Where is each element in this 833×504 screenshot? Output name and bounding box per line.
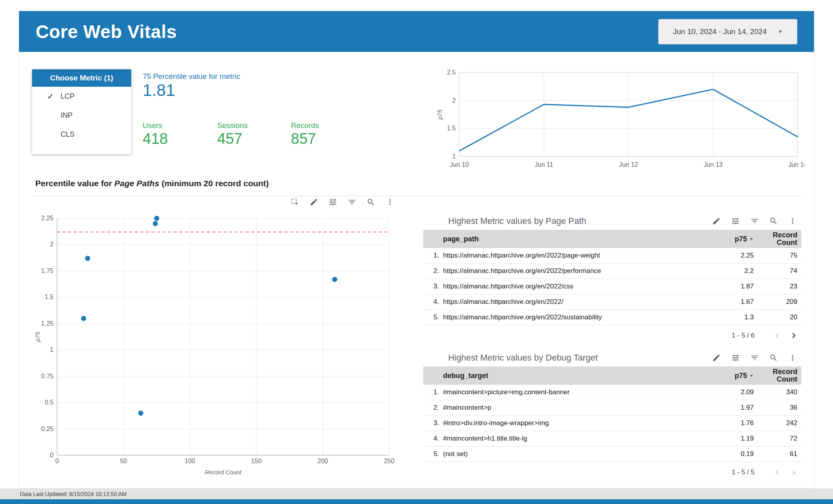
pagination-next-button[interactable]	[788, 330, 800, 342]
pagination-prev-button[interactable]	[771, 466, 783, 478]
row-p75: 1.19	[706, 435, 754, 443]
metric-selector-header[interactable]: Choose Metric (1)	[32, 69, 131, 87]
zoom-icon[interactable]	[769, 216, 778, 226]
column-header-p75-label: p75	[735, 235, 747, 243]
filter-icon[interactable]	[347, 197, 357, 207]
row-p75: 1.3	[706, 313, 754, 321]
pagination-prev-button[interactable]	[771, 330, 783, 342]
row-page-path: https://almanac.httparchive.org/en/2022/…	[439, 252, 706, 260]
row-p75: 1.76	[706, 419, 754, 427]
column-header-record-count[interactable]: Record Count	[754, 231, 797, 247]
column-header-debug-target[interactable]: debug_target	[439, 372, 706, 380]
column-header-p75[interactable]: p75 ▼	[706, 235, 754, 243]
row-record-count: 23	[754, 283, 797, 290]
svg-text:0: 0	[50, 452, 53, 458]
table-row[interactable]: 3. #intro>div.intro-image-wrapper>img 1.…	[423, 416, 801, 431]
p75-timeseries-chart[interactable]: 11.522.5Jun 10Jun 11Jun 12Jun 13Jun 14p7…	[436, 68, 805, 171]
row-debug-target: #intro>div.intro-image-wrapper>img	[439, 419, 706, 427]
filter-icon[interactable]	[750, 353, 759, 363]
date-range-value: Jun 10, 2024 - Jun 14, 2024	[673, 27, 767, 36]
pagination-label: 1 - 5 / 6	[732, 332, 755, 340]
column-header-record-count[interactable]: Record Count	[754, 368, 797, 384]
scatter-point[interactable]	[85, 256, 90, 261]
metric-option-lcp[interactable]: ✓ LCP	[32, 87, 131, 106]
metric-option-label: CLS	[61, 130, 75, 139]
row-p75: 0.19	[706, 450, 754, 458]
table-row[interactable]: 1. #maincontent>picture>img.content-bann…	[423, 385, 801, 400]
svg-text:200: 200	[317, 458, 328, 464]
row-record-count: 75	[754, 252, 797, 259]
scatter-point[interactable]	[153, 221, 158, 226]
scorecard-sessions-label: Sessions	[217, 121, 248, 130]
svg-text:50: 50	[120, 458, 127, 464]
line-chart-svg: 11.522.5Jun 10Jun 11Jun 12Jun 13Jun 14p7…	[436, 68, 805, 171]
row-record-count: 72	[754, 435, 797, 442]
pagination-next-button[interactable]	[788, 466, 800, 478]
row-index: 2.	[423, 404, 439, 412]
table-toolbar	[712, 216, 797, 226]
edit-icon[interactable]	[309, 197, 319, 207]
row-index: 4.	[423, 435, 439, 443]
row-record-count: 340	[754, 389, 797, 396]
svg-text:1: 1	[50, 346, 53, 353]
row-index: 5.	[423, 313, 439, 321]
scatter-point[interactable]	[81, 316, 86, 321]
metric-option-inp[interactable]: INP	[32, 106, 131, 125]
row-p75: 2.25	[706, 252, 754, 260]
more-options-icon[interactable]	[788, 353, 797, 363]
scatter-point[interactable]	[154, 216, 159, 221]
table-debug-target: Highest Metric values by Debug Target de…	[423, 349, 801, 480]
section-title-italic: Page Paths	[115, 179, 159, 188]
section-title-prefix: Percentile value for	[35, 179, 115, 188]
svg-text:Jun 14: Jun 14	[788, 161, 805, 168]
tune-icon[interactable]	[328, 197, 338, 207]
zoom-icon[interactable]	[769, 353, 778, 363]
scatter-point[interactable]	[138, 410, 143, 416]
scorecard-users-label: Users	[143, 121, 162, 130]
marquee-select-icon[interactable]	[290, 197, 300, 207]
column-header-p75[interactable]: p75 ▼	[706, 372, 754, 380]
row-index: 1.	[423, 252, 439, 260]
table-row[interactable]: 4. #maincontent>h1.title.title-lg 1.19 7…	[423, 431, 801, 447]
row-index: 2.	[423, 267, 439, 275]
table-titlebar: Highest Metric values by Debug Target	[423, 349, 801, 367]
scatter-chart-toolbar	[34, 197, 395, 207]
table-row[interactable]: 2. #maincontent>p 1.97 36	[423, 400, 801, 416]
svg-text:2: 2	[452, 97, 456, 104]
svg-text:Jun 12: Jun 12	[619, 161, 638, 168]
metric-selector: Choose Metric (1) ✓ LCP INP CLS	[32, 69, 131, 154]
svg-text:0.5: 0.5	[45, 399, 53, 406]
chevron-right-icon	[789, 330, 799, 341]
table-row[interactable]: 4. https://almanac.httparchive.org/en/20…	[423, 294, 801, 310]
page-path-scatter-chart[interactable]: 00.250.50.7511.251.51.7522.2505010015020…	[34, 214, 395, 481]
scatter-point[interactable]	[332, 277, 337, 282]
table-title: Highest Metric values by Debug Target	[448, 353, 712, 363]
svg-text:2: 2	[50, 241, 53, 248]
row-page-path: https://almanac.httparchive.org/en/2022/…	[439, 313, 706, 321]
table-row[interactable]: 5. https://almanac.httparchive.org/en/20…	[423, 310, 801, 325]
table-header-row: debug_target p75 ▼ Record Count	[423, 367, 801, 385]
row-page-path: https://almanac.httparchive.org/en/2022/…	[439, 267, 706, 275]
row-index: 1.	[423, 388, 439, 396]
table-row[interactable]: 3. https://almanac.httparchive.org/en/20…	[423, 279, 801, 294]
tune-icon[interactable]	[731, 216, 740, 226]
more-options-icon[interactable]	[385, 197, 395, 207]
date-range-picker[interactable]: Jun 10, 2024 - Jun 14, 2024 ▼	[658, 19, 797, 44]
edit-icon[interactable]	[712, 353, 721, 363]
column-header-page-path[interactable]: page_path	[439, 235, 706, 243]
metric-option-label: LCP	[61, 92, 75, 101]
tune-icon[interactable]	[731, 353, 740, 363]
row-p75: 1.97	[706, 404, 754, 412]
svg-text:1.25: 1.25	[41, 320, 53, 327]
table-row[interactable]: 2. https://almanac.httparchive.org/en/20…	[423, 263, 801, 279]
table-row[interactable]: 1. https://almanac.httparchive.org/en/20…	[423, 248, 801, 263]
more-options-icon[interactable]	[788, 216, 797, 226]
filter-icon[interactable]	[750, 216, 759, 226]
table-toolbar	[712, 353, 797, 363]
metric-option-cls[interactable]: CLS	[32, 125, 131, 144]
scorecard-users-value: 418	[143, 130, 168, 147]
edit-icon[interactable]	[712, 216, 721, 226]
table-row[interactable]: 5. (not set) 0.19 61	[423, 447, 801, 462]
svg-text:p75: p75	[34, 332, 41, 342]
zoom-icon[interactable]	[366, 197, 376, 207]
